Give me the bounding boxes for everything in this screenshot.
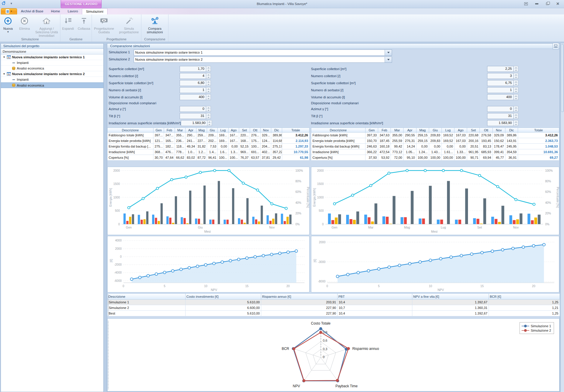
- numeric-input[interactable]: 1.583,90: [487, 120, 518, 126]
- numeric-input[interactable]: 3: [487, 73, 518, 79]
- column-header[interactable]: BCR [€]: [489, 294, 560, 300]
- spinner-up-icon[interactable]: [206, 73, 211, 76]
- spinner-up-icon[interactable]: [206, 95, 211, 97]
- column-header[interactable]: Feb: [164, 128, 175, 133]
- numeric-input[interactable]: 2,25: [487, 66, 518, 72]
- column-header[interactable]: Nov: [261, 128, 271, 133]
- spinner-up-icon[interactable]: [206, 80, 211, 83]
- close-button[interactable]: ×: [555, 1, 561, 6]
- scrollbar-thumb[interactable]: [561, 44, 564, 112]
- spinner-down-icon[interactable]: [514, 90, 518, 93]
- compara-simulazioni-button[interactable]: ABCompara simulazioni: [141, 15, 168, 35]
- spinner-up-icon[interactable]: [514, 95, 518, 97]
- column-header[interactable]: Giu: [429, 128, 441, 133]
- spinner-down-icon[interactable]: [206, 69, 211, 72]
- numeric-input[interactable]: 4: [180, 73, 211, 79]
- tree-item-analisi-economica[interactable]: Analisi economica: [1, 82, 103, 88]
- collassa-button[interactable]: Collassa: [76, 15, 92, 35]
- tree-item-analisi-economica[interactable]: Analisi economica: [1, 66, 103, 71]
- spinner-down-icon[interactable]: [514, 69, 518, 72]
- column-header[interactable]: Ott: [480, 128, 492, 133]
- column-header[interactable]: Nov: [492, 128, 505, 133]
- numeric-input[interactable]: 1: [487, 87, 518, 93]
- spinner-buttons[interactable]: [514, 94, 518, 100]
- spinner-buttons[interactable]: [206, 73, 211, 79]
- spinner-buttons[interactable]: [206, 87, 211, 93]
- column-header[interactable]: Lug: [218, 128, 228, 133]
- column-header[interactable]: Dic: [271, 128, 282, 133]
- spinner-down-icon[interactable]: [206, 76, 211, 79]
- numeric-input[interactable]: 400: [487, 94, 518, 100]
- column-header[interactable]: Risparmio annuo [€]: [261, 294, 338, 300]
- column-header[interactable]: Mar: [175, 128, 185, 133]
- tab-simulazioni[interactable]: Simulazioni: [82, 8, 107, 14]
- column-header[interactable]: Descrizione: [311, 128, 365, 133]
- spinner-up-icon[interactable]: [514, 113, 518, 116]
- spinner-buttons[interactable]: [514, 73, 518, 79]
- spinner-buttons[interactable]: [514, 113, 518, 119]
- spinner-up-icon[interactable]: [206, 87, 211, 90]
- spinner-up-icon[interactable]: [514, 73, 518, 76]
- spinner-down-icon[interactable]: [206, 109, 211, 112]
- summary-row[interactable]: Simulazione 15.610,00203,9110,41.392,671…: [107, 300, 560, 305]
- spinner-down-icon[interactable]: [514, 123, 518, 126]
- spinner-down-icon[interactable]: [514, 116, 518, 119]
- tree-item-simulation[interactable]: ▼Nuova simulazione impianto solare termi…: [1, 71, 103, 77]
- tree-expander-icon[interactable]: ▼: [2, 72, 6, 75]
- spinner-up-icon[interactable]: [514, 66, 518, 69]
- column-header[interactable]: PBT: [338, 294, 412, 300]
- column-header[interactable]: Descrizione: [107, 128, 153, 133]
- spinner-down-icon[interactable]: [206, 116, 211, 119]
- column-header[interactable]: Mag: [416, 128, 429, 133]
- tree-expander-icon[interactable]: ▼: [2, 56, 6, 59]
- spinner-buttons[interactable]: [206, 66, 211, 72]
- numeric-input[interactable]: 1.583,90: [181, 120, 212, 126]
- progettazione-guidata-button[interactable]: Progettazione Guidata: [92, 15, 116, 35]
- column-header[interactable]: Apr: [186, 128, 196, 133]
- column-header[interactable]: Mar: [391, 128, 403, 133]
- numeric-input[interactable]: 31: [180, 113, 211, 119]
- combo-arrow-button[interactable]: [385, 50, 392, 55]
- fit-window-button[interactable]: [523, 1, 529, 6]
- summary-row[interactable]: Best5.610,00227,9010,41.392,671,25: [107, 311, 560, 316]
- restore-button[interactable]: [544, 1, 550, 6]
- minimize-button[interactable]: [533, 1, 540, 6]
- column-header[interactable]: Costo investimento [€]: [186, 294, 261, 300]
- simula-progettazione-button[interactable]: Simula progettazione: [117, 15, 141, 35]
- combo-arrow-button[interactable]: [385, 57, 392, 62]
- panel-splitter[interactable]: [104, 43, 107, 392]
- spinner-buttons[interactable]: [514, 66, 518, 72]
- spinner-down-icon[interactable]: [206, 83, 211, 86]
- column-header[interactable]: Gen: [153, 128, 164, 133]
- column-header[interactable]: Ago: [228, 128, 239, 133]
- spinner-down-icon[interactable]: [206, 90, 211, 93]
- summary-drag-grip[interactable]: [107, 294, 109, 316]
- column-header[interactable]: Giu: [207, 128, 218, 133]
- nuova-button[interactable]: Nuova▼: [0, 15, 16, 37]
- aggiungi-seleziona-unit-immobiliari-button[interactable]: Aggiungi / Seleziona Unità Immobiliari: [33, 15, 60, 37]
- column-header[interactable]: Mag: [196, 128, 207, 133]
- spinner-buttons[interactable]: [514, 106, 518, 112]
- spinner-down-icon[interactable]: [514, 83, 518, 86]
- spinner-down-icon[interactable]: [514, 97, 518, 100]
- column-header[interactable]: Lug: [441, 128, 454, 133]
- panel-options-button[interactable]: [553, 43, 559, 49]
- column-header[interactable]: Feb: [378, 128, 391, 133]
- vertical-scrollbar[interactable]: [560, 43, 564, 392]
- spinner-buttons[interactable]: [207, 120, 212, 126]
- simulation1-combobox[interactable]: Nuova simulazione impianto solare termic…: [134, 49, 392, 56]
- spinner-buttons[interactable]: [514, 80, 518, 86]
- tab-lavoro[interactable]: Lavoro: [64, 8, 82, 14]
- numeric-input[interactable]: 6,80: [180, 80, 211, 86]
- radar-drag-grip[interactable]: [107, 320, 109, 389]
- column-header[interactable]: NPV a fine vita [€]: [412, 294, 489, 300]
- column-header[interactable]: Set: [239, 128, 250, 133]
- column-header[interactable]: Ott: [250, 128, 260, 133]
- numeric-input[interactable]: 400: [180, 94, 211, 100]
- file-menu-button[interactable]: ▼: [1, 8, 17, 14]
- spinner-buttons[interactable]: [514, 120, 518, 126]
- numeric-input[interactable]: 0: [487, 106, 518, 112]
- tree-column-header[interactable]: Denominazione: [1, 49, 103, 54]
- spinner-down-icon[interactable]: [207, 123, 212, 126]
- numeric-input[interactable]: 31: [487, 113, 518, 119]
